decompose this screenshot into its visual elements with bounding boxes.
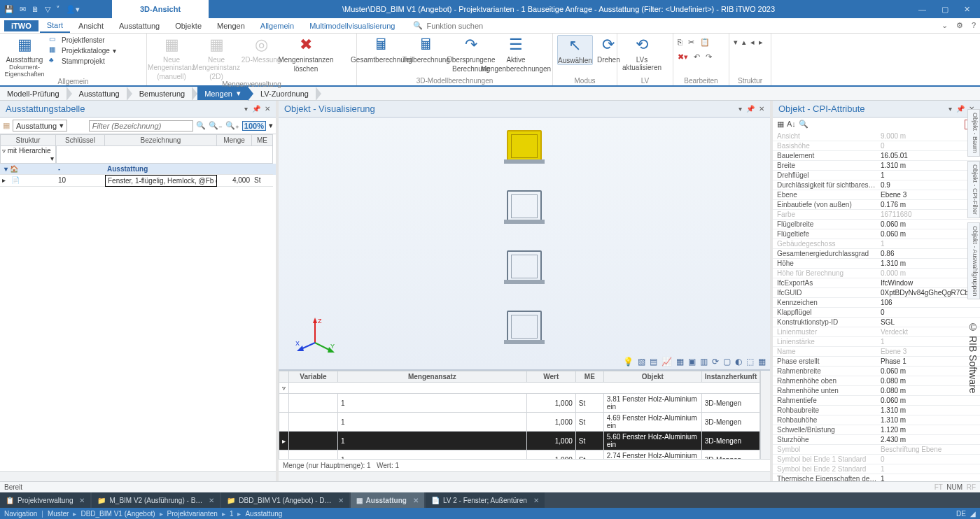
delete-row-icon[interactable]: ✖▾ [678, 52, 688, 62]
vi6-icon[interactable]: ▥ [700, 357, 708, 367]
table-row[interactable]: 11,000St3.81 Fenster Holz-Aluminium ein3… [279, 394, 760, 413]
pin2-icon[interactable]: 📌 [252, 105, 260, 113]
property-row[interactable]: Farbe16711680 [773, 210, 980, 220]
app-menu-button[interactable]: iTWO [4, 20, 38, 31]
tab-objekte[interactable]: Objekte [168, 20, 209, 32]
property-row[interactable]: Rahmenhöhe oben0.080 m [773, 376, 980, 386]
property-row[interactable]: Durchlässigkeit für sichtbares…0.9 [773, 180, 980, 190]
doctab-ausstattung[interactable]: ▦ Ausstattung✕ [351, 492, 424, 508]
right-icon[interactable]: ▸ [759, 38, 763, 47]
bc-mengen[interactable]: Mengen ▾ [197, 87, 248, 100]
3d-object[interactable] [507, 250, 542, 283]
pin2-icon[interactable]: 📌 [956, 105, 965, 113]
vi11-icon[interactable]: ▦ [758, 357, 766, 367]
property-row[interactable]: Sturzhöhe2.430 m [773, 435, 980, 445]
tab-start[interactable]: Start [40, 19, 70, 33]
vi1-icon[interactable]: ▧ [638, 357, 645, 367]
nav-1[interactable]: 1 [230, 510, 234, 518]
pin2-icon[interactable]: 📌 [746, 105, 755, 113]
chevron-down-icon[interactable]: ˅ [56, 5, 60, 14]
property-row[interactable]: IfcGUID0XptBDyNv84gGheQgR7Cby [773, 288, 980, 298]
vscroll-vars[interactable] [760, 371, 770, 459]
projektfenster-button[interactable]: ▭Projektfenster [49, 35, 116, 45]
bc-modell-pruefung[interactable]: Modell-Prüfung [0, 87, 66, 100]
zoom-out-icon[interactable]: 🔍₋ [209, 121, 223, 130]
down-icon[interactable]: ▾ [734, 38, 738, 47]
bulb-icon[interactable]: 💡 [623, 357, 634, 367]
tab-ansicht[interactable]: Ansicht [71, 20, 111, 32]
table-row[interactable]: ▸ 📄 10 Fenster, 1-flügelig, Hemlock, @Fb… [0, 175, 276, 187]
projektkataloge-button[interactable]: ▦Projektkataloge▾ [49, 45, 116, 55]
property-row[interactable]: SymbolBeschriftung Ebene [773, 445, 980, 455]
ribbon-eigenschaften[interactable]: ▦ Ausstattung Dokument-Eigenschaften [4, 35, 45, 78]
nav-dbd[interactable]: DBD_BIM V1 (Angebot) [80, 510, 155, 518]
property-row[interactable]: Breite1.310 m [773, 161, 980, 171]
filter-icon[interactable]: ▽ [45, 5, 50, 14]
property-row[interactable]: Konstruktionstyp-IDSGL [773, 318, 980, 327]
property-row[interactable]: Höhe für Berechnung0.000 m [773, 269, 980, 278]
close-icon[interactable]: ✕ [338, 497, 344, 504]
pin-icon[interactable]: ▾ [244, 105, 248, 113]
lv-aktualisieren[interactable]: ⟲LVs aktualisieren [622, 35, 662, 71]
hscroll-vars[interactable] [279, 471, 770, 481]
category-icon[interactable]: ▦ [777, 120, 784, 129]
close-pane-icon[interactable]: ✕ [759, 105, 764, 113]
tab-mmv[interactable]: Multimodellvisualisierung [302, 20, 402, 32]
property-row[interactable]: LinienmusterVerdeckt [773, 327, 980, 337]
doctab-lv2[interactable]: 📄 LV 2 - Fenster; Außentüren✕ [426, 492, 545, 508]
bc-lv-zuordnung[interactable]: LV-Zuordnung [253, 87, 316, 100]
vi10-icon[interactable]: ⬚ [746, 357, 754, 367]
property-row[interactable]: Rahmentiefe0.060 m [773, 396, 980, 406]
doctab-mbim[interactable]: 📁 M_BIM V2 (Ausführung) - B…✕ [92, 492, 220, 508]
property-row[interactable]: Höhe1.310 m [773, 259, 980, 269]
minimize-button[interactable]: — [918, 5, 926, 13]
hierarchy-row[interactable]: ▿ mit Hierarchie▾ [0, 146, 276, 164]
teilberechnung[interactable]: 🖩Teilberechnung [406, 35, 447, 64]
property-row[interactable]: Drehflügel1 [773, 171, 980, 180]
vi9-icon[interactable]: ◐ [735, 357, 742, 367]
nav-muster[interactable]: Muster [48, 510, 69, 518]
vi8-icon[interactable]: ▢ [723, 357, 731, 367]
zoom-level[interactable]: 100% [242, 121, 266, 131]
property-row[interactable]: Einbautiefe (von außen)0.176 m [773, 200, 980, 210]
sidetab-objekt-baum[interactable]: Objekt - Baum [967, 109, 980, 157]
property-row[interactable]: Gebäudegeschoss1 [773, 239, 980, 249]
vi4-icon[interactable]: ▦ [676, 357, 684, 367]
property-row[interactable]: Symbol bei Ende 2 Standard1 [773, 464, 980, 474]
close-icon[interactable]: ✕ [533, 497, 539, 504]
doctab-dbdbim[interactable]: 📁 DBD_BIM V1 (Angebot) - D…✕ [221, 492, 349, 508]
drehen-button[interactable]: ⟳Drehen [597, 35, 620, 64]
property-row[interactable]: Thermische Eigenschaften de…1 [773, 474, 980, 481]
property-row[interactable]: Rahmenbreite0.060 m [773, 367, 980, 376]
user-icon[interactable]: 👤▾ [66, 5, 80, 14]
property-row[interactable]: Flügelbreite0.060 m [773, 220, 980, 229]
tab-ausstattung[interactable]: Ausstattung [112, 20, 167, 32]
property-row[interactable]: Rohbaubreite1.310 m [773, 406, 980, 415]
tab-mengen[interactable]: Mengen [210, 20, 252, 32]
3d-object-selected[interactable] [507, 130, 542, 162]
property-row[interactable]: Ansicht9.000 m [773, 131, 980, 141]
filter-input[interactable] [89, 120, 193, 131]
help-icon[interactable]: ? [972, 21, 976, 30]
vi2-icon[interactable]: ▤ [650, 357, 657, 367]
gesamtberechnung[interactable]: 🖩Gesamtberechnung [361, 35, 402, 64]
property-row[interactable]: Basishöhe0 [773, 141, 980, 151]
auswaehlen-button[interactable]: ↖Auswählen [557, 35, 593, 65]
bc-bemusterung[interactable]: Bemusterung [132, 87, 192, 100]
property-row[interactable]: NameEbene 3 [773, 347, 980, 357]
function-search[interactable]: 🔍 [413, 21, 517, 30]
function-search-input[interactable] [426, 22, 517, 30]
vi3-icon[interactable]: 📈 [662, 357, 672, 367]
property-row[interactable]: Phase erstelltPhase 1 [773, 357, 980, 367]
nav-aus[interactable]: Ausstattung [245, 510, 282, 518]
zoom-dd-icon[interactable]: ▾ [269, 121, 273, 130]
undo-icon[interactable]: ↶ [694, 52, 700, 62]
property-row[interactable]: Bauelement16.05.01 [773, 151, 980, 161]
close-pane-icon[interactable]: ✕ [265, 105, 270, 113]
vi7-icon[interactable]: ⟳ [712, 357, 719, 367]
cut-icon[interactable]: ✂ [688, 38, 694, 47]
3d-object[interactable] [507, 311, 542, 343]
close-icon[interactable]: ✕ [79, 497, 85, 504]
property-row[interactable]: Flügeltiefe0.060 m [773, 229, 980, 239]
ausstattung-dropdown[interactable]: Ausstattung▾ [13, 120, 67, 131]
